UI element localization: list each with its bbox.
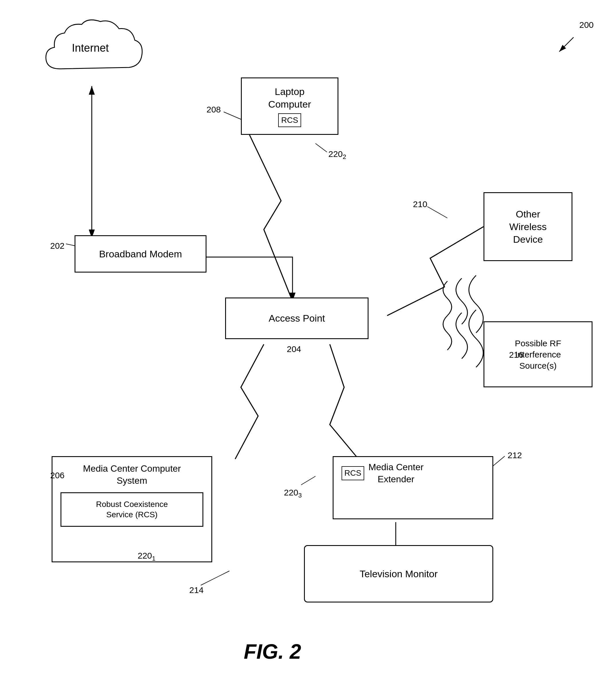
other-wireless-label: Other Wireless Device: [509, 208, 547, 246]
laptop-label: LaptopComputer: [268, 85, 311, 110]
internet-cloud: Internet: [37, 17, 146, 86]
access-point-label: Access Point: [269, 312, 325, 325]
ref-2201: 2201: [138, 551, 155, 562]
access-point-box: Access Point: [225, 297, 369, 339]
ref-2203: 2203: [284, 488, 302, 499]
other-wireless-box: Other Wireless Device: [484, 192, 573, 261]
rcs2-box: RCS: [278, 113, 301, 127]
media-center-computer-label: Media Center ComputerSystem: [83, 463, 181, 487]
television-monitor-box: Television Monitor: [304, 545, 493, 602]
laptop-computer-box: LaptopComputer RCS: [241, 77, 338, 135]
svg-line-14: [301, 476, 315, 485]
svg-line-10: [201, 571, 229, 585]
broadband-modem-label: Broadband Modem: [99, 248, 182, 260]
ref-200: 200: [579, 20, 594, 30]
media-center-extender-box: RCS Media CenterExtender: [333, 456, 493, 519]
ref-206: 206: [50, 471, 64, 480]
svg-line-8: [427, 206, 447, 218]
ref-216: 216: [509, 350, 523, 360]
rcs-full-label: Robust Coexistence Service (RCS): [96, 499, 168, 520]
media-center-computer-box: Media Center ComputerSystem Robust Coexi…: [52, 456, 212, 562]
rf-interference-box: Possible RF Interference Source(s): [484, 321, 593, 387]
rcs-full-box: Robust Coexistence Service (RCS): [60, 492, 204, 527]
ref-202: 202: [50, 241, 64, 251]
rcs3-label: RCS: [344, 469, 361, 477]
ref-214: 214: [189, 585, 204, 595]
svg-line-13: [315, 143, 327, 152]
ref-204: 204: [287, 344, 301, 354]
rcs3-box: RCS: [341, 466, 364, 480]
media-center-extender-label: Media CenterExtender: [369, 461, 424, 485]
broadband-modem-box: Broadband Modem: [75, 235, 206, 273]
internet-label: Internet: [72, 42, 109, 54]
ref-210: 210: [413, 199, 427, 209]
figure-label: FIG. 2: [244, 640, 301, 663]
ref-208: 208: [206, 105, 221, 114]
ref-2202: 2202: [328, 149, 346, 161]
rcs2-label: RCS: [281, 116, 298, 125]
ref-212: 212: [508, 451, 522, 460]
cloud-svg: Internet: [37, 17, 146, 86]
diagram: Internet Broadband Modem Access Point La…: [0, 0, 616, 694]
television-monitor-label: Television Monitor: [360, 567, 437, 580]
svg-line-4: [559, 37, 574, 52]
